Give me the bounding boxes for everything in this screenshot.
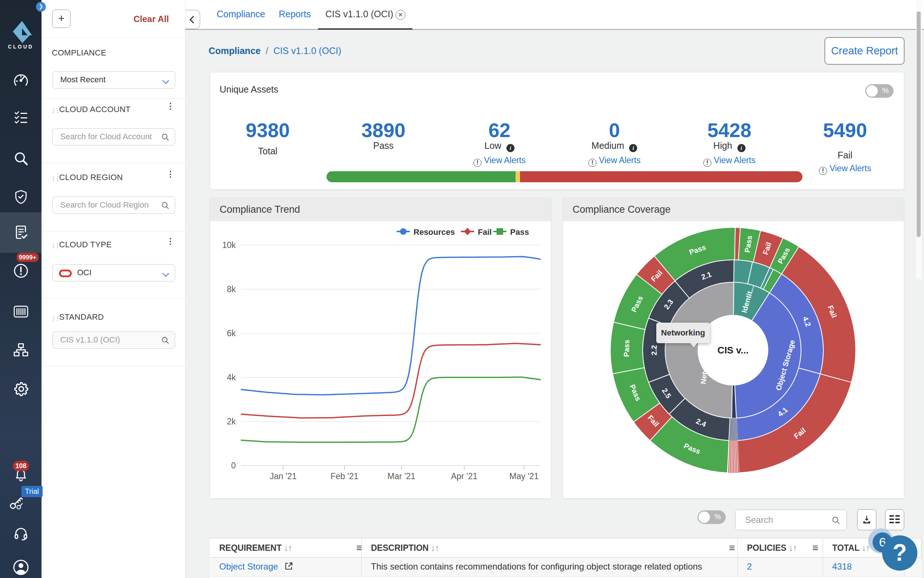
svg-text:10k: 10k	[222, 240, 236, 250]
svg-text:Mar '21: Mar '21	[387, 471, 415, 481]
svg-text:Fail: Fail	[478, 227, 492, 237]
svg-text:2.2: 2.2	[650, 345, 658, 356]
svg-text:Pass: Pass	[510, 227, 529, 237]
svg-text:Pass: Pass	[623, 339, 631, 357]
svg-text:4k: 4k	[227, 373, 236, 382]
svg-text:Jan '21: Jan '21	[270, 471, 296, 481]
svg-text:May '21: May '21	[510, 471, 539, 481]
svg-text:6k: 6k	[227, 328, 236, 338]
svg-text:8k: 8k	[227, 284, 236, 294]
svg-text:2k: 2k	[227, 417, 236, 426]
svg-text:Apr '21: Apr '21	[451, 471, 477, 481]
svg-text:Feb '21: Feb '21	[330, 471, 358, 481]
svg-text:0: 0	[231, 461, 236, 470]
svg-text:CIS v...: CIS v...	[718, 345, 749, 356]
svg-text:Resources: Resources	[414, 227, 455, 237]
